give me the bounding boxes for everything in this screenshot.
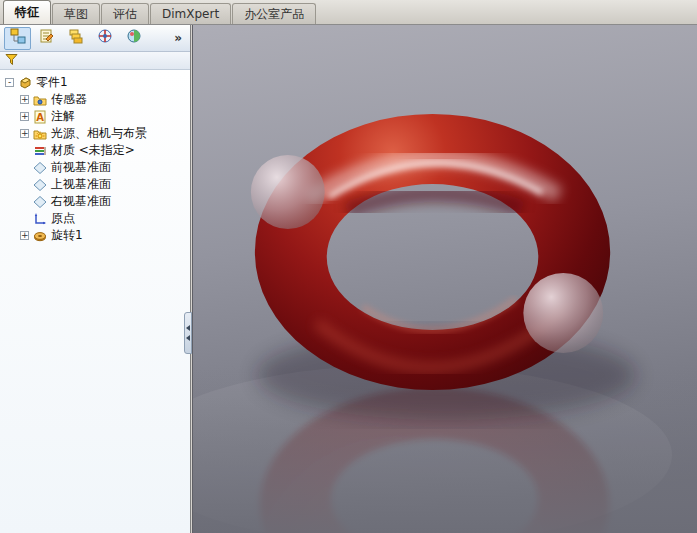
collapse-arrow-icon <box>186 325 190 331</box>
tree-item-part[interactable]: - 零件1 <box>0 74 190 91</box>
tree-item-label: 原点 <box>50 210 75 227</box>
panel-manager-toolbar: » <box>0 25 190 52</box>
display-manager-icon <box>126 28 142 48</box>
tree-item-label: 注解 <box>50 108 75 125</box>
configuration-manager-icon <box>68 28 84 48</box>
tree-item-lights-cameras-scene[interactable]: + 光源、相机与布景 <box>0 125 190 142</box>
tree-item-label: 光源、相机与布景 <box>50 125 147 142</box>
tree-item-label: 材质 <未指定> <box>50 142 135 159</box>
tree-item-top-plane[interactable]: 上视基准面 <box>0 176 190 193</box>
reference-plane-icon <box>32 160 47 175</box>
sensors-folder-icon <box>32 92 47 107</box>
feature-tree: - 零件1 + 传感器 + A 注解 + 光源、相机与布景 <box>0 70 190 533</box>
tree-filter-bar <box>0 52 190 70</box>
translucent-cap-right <box>523 273 603 353</box>
toolbar-overflow-button[interactable]: » <box>170 31 186 45</box>
part-icon <box>17 75 32 90</box>
tree-item-label: 旋转1 <box>50 227 83 244</box>
origin-icon <box>32 211 47 226</box>
property-manager-button[interactable] <box>33 27 60 50</box>
tree-toggle[interactable] <box>20 163 29 172</box>
filter-funnel-icon[interactable] <box>5 51 18 70</box>
tab-office-products[interactable]: 办公室产品 <box>232 3 316 24</box>
tree-toggle[interactable]: + <box>20 95 29 104</box>
tree-toggle[interactable] <box>20 146 29 155</box>
tree-item-front-plane[interactable]: 前视基准面 <box>0 159 190 176</box>
tree-item-label: 右视基准面 <box>50 193 111 210</box>
tree-toggle[interactable]: + <box>20 129 29 138</box>
tree-toggle[interactable] <box>20 197 29 206</box>
tab-evaluate[interactable]: 评估 <box>101 3 149 24</box>
tree-toggle[interactable]: - <box>5 78 14 87</box>
material-icon <box>32 143 47 158</box>
reference-plane-icon <box>32 194 47 209</box>
tree-item-revolve1[interactable]: + 旋转1 <box>0 227 190 244</box>
lights-folder-icon <box>32 126 47 141</box>
tree-toggle[interactable] <box>20 214 29 223</box>
tree-item-annotations[interactable]: + A 注解 <box>0 108 190 125</box>
feature-manager-tree-button[interactable] <box>4 27 31 50</box>
feature-manager-tree-icon <box>10 28 26 48</box>
reference-plane-icon <box>32 177 47 192</box>
rendered-scene <box>193 25 697 533</box>
tree-item-sensors[interactable]: + 传感器 <box>0 91 190 108</box>
configuration-manager-button[interactable] <box>62 27 89 50</box>
feature-manager-panel: » - 零件1 + 传感器 + A 注解 <box>0 25 191 533</box>
command-manager-tabbar: 特征 草图 评估 DimXpert 办公室产品 <box>0 0 697 25</box>
graphics-viewport[interactable] <box>192 25 697 533</box>
tab-features[interactable]: 特征 <box>3 0 51 24</box>
tab-sketch[interactable]: 草图 <box>52 3 100 24</box>
tree-item-right-plane[interactable]: 右视基准面 <box>0 193 190 210</box>
tree-item-origin[interactable]: 原点 <box>0 210 190 227</box>
tab-dimxpert[interactable]: DimXpert <box>150 3 231 24</box>
collapse-arrow-icon <box>186 335 190 341</box>
display-manager-button[interactable] <box>120 27 147 50</box>
tree-item-material[interactable]: 材质 <未指定> <box>0 142 190 159</box>
translucent-cap-left <box>251 155 325 229</box>
svg-text:A: A <box>36 112 44 123</box>
revolve-feature-icon <box>32 228 47 243</box>
tree-toggle[interactable]: + <box>20 112 29 121</box>
tree-item-label: 前视基准面 <box>50 159 111 176</box>
panel-collapse-handle[interactable] <box>184 312 192 354</box>
property-manager-icon <box>39 28 55 48</box>
dimxpert-manager-button[interactable] <box>91 27 118 50</box>
dimxpert-manager-icon <box>97 28 113 48</box>
tree-item-label: 零件1 <box>35 74 68 91</box>
annotations-icon: A <box>32 109 47 124</box>
tree-item-label: 传感器 <box>50 91 87 108</box>
tree-toggle[interactable] <box>20 180 29 189</box>
tree-item-label: 上视基准面 <box>50 176 111 193</box>
tree-toggle[interactable]: + <box>20 231 29 240</box>
